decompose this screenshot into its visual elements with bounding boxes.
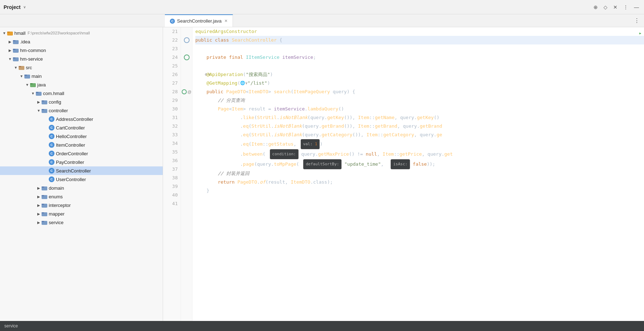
line-numbers: 21 22 23 24 25 26 27 28 29 30 31 32 33 3… <box>163 27 181 321</box>
sidebar-item-mapper[interactable]: ▶ mapper <box>0 209 163 218</box>
code-token: getPrice <box>400 150 422 159</box>
sidebar-label-mapper: mapper <box>49 211 65 217</box>
sidebar-item-controller[interactable]: ▼ controller <box>0 106 163 115</box>
code-line-34: .eq(Item::getStatus, val: 1) <box>195 139 644 149</box>
sidebar-item-item-controller[interactable]: ▶ C ItemController <box>0 141 163 149</box>
close-icon[interactable]: ✕ <box>612 4 619 11</box>
sidebar-item-user-controller[interactable]: ▶ C UserController <box>0 175 163 184</box>
svg-rect-27 <box>42 212 44 213</box>
hint-defaultsortby: defaultSortBy: <box>303 159 342 169</box>
title-bar: Project ∨ ⊕ ◇ ✕ ⋮ — <box>0 0 644 14</box>
sidebar-label-user: UserController <box>56 177 86 182</box>
svg-rect-9 <box>19 66 21 67</box>
tree-arrow-main: ▼ <box>19 74 24 78</box>
code-token: @ApiOperation <box>206 70 243 79</box>
code-token: ( <box>249 122 252 131</box>
tree-arrow-hm-service: ▼ <box>7 57 13 61</box>
code-token: , <box>294 140 299 148</box>
sidebar-item-pay-controller[interactable]: ▶ C PayController <box>0 158 163 166</box>
code-line-28: public PageDTO<ItemDTO> search(ItemPageQ… <box>195 88 644 96</box>
sidebar-item-enums[interactable]: ▶ enums <box>0 192 163 201</box>
sidebar-item-java[interactable]: ▼ java <box>0 80 163 89</box>
code-token: )); <box>427 160 435 169</box>
code-token: . <box>305 105 307 113</box>
code-token: :: <box>369 113 375 122</box>
gutter-icon-28a[interactable] <box>182 89 187 94</box>
svg-rect-19 <box>42 109 44 110</box>
svg-rect-1 <box>7 32 10 33</box>
diamond-icon[interactable]: ◇ <box>602 4 609 11</box>
sidebar-item-com-hmall[interactable]: ▼ com.hmall <box>0 89 163 98</box>
folder-icon-java <box>30 82 36 88</box>
sidebar-item-src[interactable]: ▼ src <box>0 63 163 72</box>
code-token: final <box>229 53 246 62</box>
svg-rect-21 <box>42 186 44 188</box>
tab-search-controller[interactable]: C SearchController.java ✕ <box>165 14 233 27</box>
code-token: null <box>366 150 377 159</box>
class-icon-pay: C <box>49 159 54 165</box>
code-token: getCategory <box>383 131 414 139</box>
tree-arrow-domain: ▶ <box>36 186 42 190</box>
sidebar-item-main[interactable]: ▼ main <box>0 72 163 80</box>
svg-rect-17 <box>42 100 44 101</box>
code-token: . <box>195 113 243 122</box>
tree-arrow-controller: ▼ <box>36 109 42 113</box>
tab-close-icon[interactable]: ✕ <box>224 19 228 23</box>
code-token: < <box>246 88 249 96</box>
code-token: lambdaQuery <box>307 105 338 113</box>
svg-rect-5 <box>13 49 15 50</box>
code-token: ()), <box>352 131 366 139</box>
sidebar-item-service[interactable]: ▶ service <box>0 218 163 227</box>
code-line-27: @GetMapping(🌐∨"/list") <box>195 79 644 88</box>
code-token: itemService <box>274 105 305 113</box>
code-token: ( <box>249 131 252 139</box>
code-token: { <box>277 36 282 44</box>
tree-arrow-idea: ▶ <box>7 40 13 44</box>
code-token: (query. <box>302 131 321 139</box>
code-token: ( <box>291 88 294 96</box>
add-icon[interactable]: ⊕ <box>592 4 599 11</box>
code-content[interactable]: equiredArgsConstructor ▸ public class Se… <box>192 27 644 321</box>
folder-icon-domain <box>42 185 47 191</box>
sidebar-item-address-controller[interactable]: ▶ C AddressController <box>0 115 163 123</box>
hint-condition: condition: <box>270 149 299 159</box>
code-token: } <box>195 186 209 195</box>
minimize-icon[interactable]: — <box>633 4 640 11</box>
sidebar-item-domain[interactable]: ▶ domain <box>0 184 163 192</box>
sidebar-item-order-controller[interactable]: ▶ C OrderController <box>0 149 163 158</box>
more-icon[interactable]: ⋮ <box>622 4 630 11</box>
title-bar-icons: ⊕ ◇ ✕ ⋮ — <box>592 4 640 11</box>
tab-bar-more-icon[interactable]: ⋮ <box>630 17 644 24</box>
code-token: of <box>260 178 266 186</box>
code-token <box>195 53 206 62</box>
sidebar-item-hm-service[interactable]: ▼ hm-service <box>0 55 163 63</box>
sidebar-item-hm-common[interactable]: ▶ hm-common <box>0 46 163 55</box>
sidebar-item-search-controller[interactable]: ▶ C SearchController <box>0 166 163 175</box>
code-token: ( <box>296 160 302 169</box>
sidebar-item-idea[interactable]: ▶ .idea <box>0 37 163 46</box>
sidebar-item-config[interactable]: ▶ config <box>0 98 163 106</box>
tree-arrow-com-hmall: ▼ <box>30 91 36 95</box>
code-token: ; <box>313 53 316 62</box>
breakpoint-icon-22[interactable] <box>184 37 190 43</box>
sidebar-item-hmall[interactable]: ▼ hmall F:\precls\wfw2023\workspace\hmal… <box>0 29 163 37</box>
code-token <box>195 169 218 178</box>
code-token: > result = <box>243 105 274 113</box>
sidebar-item-hello-controller[interactable]: ▶ C HelloController <box>0 132 163 141</box>
sidebar-label-controller: controller <box>49 108 68 113</box>
code-token: , query. <box>414 131 437 139</box>
folder-icon-config <box>42 99 47 105</box>
sidebar-item-cart-controller[interactable]: ▶ C CartController <box>0 123 163 132</box>
folder-icon-main <box>24 73 30 79</box>
sidebar-label-interceptor: interceptor <box>49 203 71 208</box>
hint-val-1: val: 1 <box>301 139 320 149</box>
code-token: eq <box>243 122 249 131</box>
code-token: ()), <box>344 122 358 131</box>
code-line-40 <box>195 195 644 204</box>
folder-icon-hm-service <box>13 56 19 62</box>
sidebar-item-interceptor[interactable]: ▶ interceptor <box>0 201 163 209</box>
code-token: < <box>229 105 232 113</box>
folder-icon-controller <box>42 108 47 113</box>
sidebar-label-service: service <box>49 220 63 225</box>
tree-arrow-interceptor: ▶ <box>36 203 42 207</box>
